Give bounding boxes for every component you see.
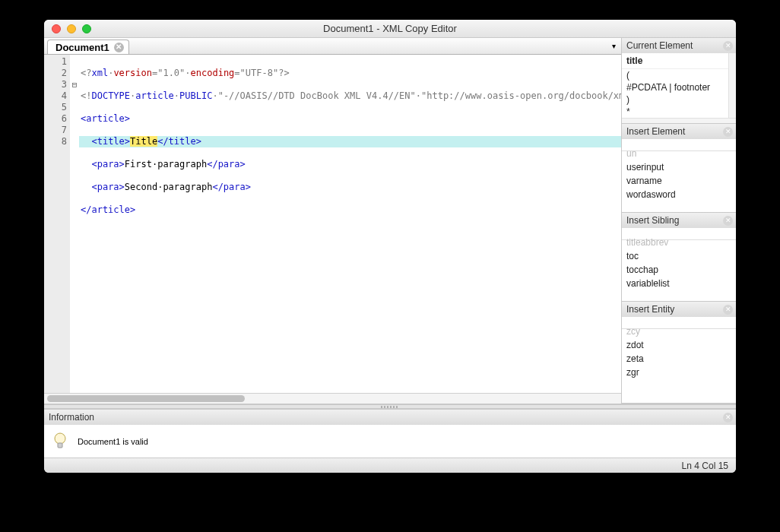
scrollbar-thumb[interactable]	[47, 395, 245, 402]
close-icon[interactable]: ✕	[723, 41, 733, 51]
panel-insert-entity: Insert Entity ✕ zcy zdot zeta zgr	[622, 302, 736, 404]
information-message: Document1 is valid	[78, 437, 148, 446]
status-bar: Ln 4 Col 15	[44, 458, 736, 473]
current-element-name: title	[622, 53, 728, 69]
close-icon[interactable]: ✕	[723, 127, 733, 137]
fold-toggle-icon[interactable]: ⊟	[70, 79, 79, 90]
horizontal-scrollbar[interactable]	[44, 393, 621, 404]
panel-title: Insert Sibling	[626, 215, 679, 226]
close-icon[interactable]: ✕	[723, 413, 733, 423]
code-area[interactable]: <?xml·version="1.0"·encoding="UTF-8"?> <…	[79, 55, 621, 393]
tab-document1[interactable]: Document1 ✕	[47, 40, 129, 54]
app-window: Document1 - XML Copy Editor Document1 ✕ …	[44, 20, 736, 473]
close-icon[interactable]: ✕	[114, 43, 124, 52]
panel-information: Information ✕ Document1 is valid	[44, 409, 736, 458]
list-item[interactable]: varname	[622, 174, 736, 188]
list-item[interactable]: zdot	[622, 338, 736, 352]
fold-column[interactable]: ⊟	[70, 55, 79, 393]
side-panels: Current Element ✕ title ( #PCDATA | foot…	[622, 38, 736, 404]
svg-point-0	[55, 433, 65, 444]
list-item[interactable]: zeta	[622, 352, 736, 366]
vertical-scrollbar[interactable]	[728, 53, 736, 118]
close-icon[interactable]: ✕	[723, 216, 733, 226]
list-item[interactable]: zcy	[622, 325, 736, 338]
panel-title: Insert Element	[626, 126, 685, 137]
tab-label: Document1	[55, 42, 109, 53]
list-item[interactable]: zgr	[622, 366, 736, 379]
line-gutter: 1 2 3 4 5 6 7 8	[44, 55, 70, 393]
panel-title: Insert Entity	[626, 304, 674, 315]
list-item[interactable]: toc	[622, 249, 736, 263]
list-item[interactable]: userinput	[622, 160, 736, 174]
close-icon[interactable]: ✕	[723, 305, 733, 315]
code-editor[interactable]: 1 2 3 4 5 6 7 8 ⊟	[44, 55, 621, 393]
splitter-handle[interactable]	[44, 404, 736, 409]
list-item[interactable]: variablelist	[622, 277, 736, 290]
titlebar[interactable]: Document1 - XML Copy Editor	[44, 20, 736, 38]
svg-rect-1	[58, 443, 62, 448]
list-item[interactable]: titleabbrev	[622, 236, 736, 249]
window-title: Document1 - XML Copy Editor	[44, 23, 736, 34]
panel-title: Information	[49, 412, 94, 423]
lightbulb-icon	[53, 432, 67, 451]
panel-insert-element: Insert Element ✕ un userinput varname wo…	[622, 124, 736, 213]
list-item[interactable]: un	[622, 147, 736, 160]
panel-title: Current Element	[626, 40, 693, 51]
panel-insert-sibling: Insert Sibling ✕ titleabbrev toc tocchap…	[622, 213, 736, 302]
tab-overflow-button[interactable]: ▾	[606, 38, 621, 54]
list-item[interactable]: tocchap	[622, 263, 736, 277]
list-item[interactable]: wordasword	[622, 188, 736, 201]
panel-current-element: Current Element ✕ title ( #PCDATA | foot…	[622, 38, 736, 124]
tabbar: Document1 ✕ ▾	[44, 38, 621, 55]
horizontal-scrollbar[interactable]	[622, 118, 736, 123]
cursor-position: Ln 4 Col 15	[682, 461, 728, 471]
